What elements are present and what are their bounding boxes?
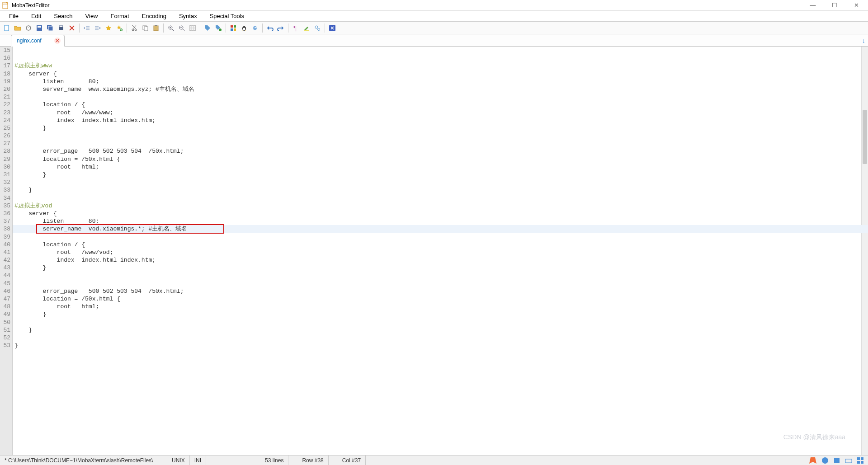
code-line[interactable]: }	[13, 171, 868, 178]
indent-icon[interactable]	[93, 23, 103, 33]
code-line[interactable]: }	[13, 186, 868, 194]
code-line[interactable]: error_page 500 502 503 504 /50x.html;	[13, 147, 868, 155]
separator	[325, 23, 325, 33]
linux-icon[interactable]	[239, 23, 249, 33]
code-line[interactable]	[13, 93, 868, 101]
code-line[interactable]	[13, 334, 868, 342]
code-line[interactable]: root /www/www;	[13, 109, 868, 117]
tabs-dropdown-icon[interactable]: ↓	[862, 37, 865, 46]
mac-icon[interactable]	[250, 23, 260, 33]
code-line[interactable]: root /www/vod;	[13, 249, 868, 256]
code-line[interactable]: }	[13, 310, 868, 318]
bookmark-add-icon[interactable]	[114, 23, 124, 33]
outdent-icon[interactable]	[82, 23, 92, 33]
line-number: 38	[0, 225, 10, 233]
highlight-icon[interactable]	[302, 23, 311, 33]
menu-edit[interactable]: Edit	[25, 11, 47, 21]
save-all-icon[interactable]	[45, 23, 55, 33]
code-line[interactable]: root html;	[13, 163, 868, 171]
zoom-out-icon[interactable]	[177, 23, 187, 33]
window-title: MobaTextEditor	[12, 2, 49, 9]
close-app-icon[interactable]	[327, 23, 337, 33]
tab-close-icon[interactable]: ✕	[54, 38, 61, 44]
code-line[interactable]: server_name vod.xiaomings.*; #主机名、域名	[13, 225, 868, 233]
bookmark-icon[interactable]	[104, 23, 113, 33]
code-line[interactable]: location / {	[13, 101, 868, 108]
code-line[interactable]: listen 80;	[13, 78, 868, 85]
minimize-button[interactable]: —	[808, 2, 817, 9]
code-line[interactable]: }	[13, 124, 868, 132]
line-number: 45	[0, 280, 10, 287]
save-icon[interactable]	[34, 23, 44, 33]
open-folder-icon[interactable]	[13, 23, 23, 33]
copy-icon[interactable]	[140, 23, 150, 33]
svg-text:¶: ¶	[293, 24, 297, 32]
cut-icon[interactable]	[129, 23, 139, 33]
status-tray	[809, 456, 868, 465]
menu-search[interactable]: Search	[47, 11, 79, 21]
pilcrow-icon[interactable]: ¶	[291, 23, 301, 33]
redo-icon[interactable]	[276, 23, 286, 33]
settings-icon[interactable]	[312, 23, 322, 33]
tray-icon-4[interactable]	[844, 456, 853, 465]
code-line[interactable]: location = /50x.html {	[13, 155, 868, 163]
tag-add-icon[interactable]	[213, 23, 223, 33]
menu-file[interactable]: File	[3, 11, 25, 21]
tray-icon-1[interactable]	[809, 456, 817, 465]
tray-icon-5[interactable]	[856, 456, 864, 465]
code-line[interactable]: server {	[13, 70, 868, 78]
code-line[interactable]	[13, 47, 868, 54]
line-gutter: 1516171819202122232425262728293031323334…	[0, 47, 13, 455]
menu-encoding[interactable]: Encoding	[136, 11, 173, 21]
close-doc-icon[interactable]	[67, 23, 77, 33]
tray-icon-3[interactable]	[833, 456, 841, 465]
undo-icon[interactable]	[265, 23, 275, 33]
code-line[interactable]	[13, 319, 868, 326]
code-line[interactable]	[13, 194, 868, 202]
code-line[interactable]	[13, 280, 868, 287]
windows-icon[interactable]	[228, 23, 238, 33]
code-line[interactable]: }	[13, 342, 868, 349]
reload-icon[interactable]	[24, 23, 33, 33]
code-line[interactable]: index index.html index.htm;	[13, 256, 868, 264]
code-line[interactable]: error_page 500 502 503 504 /50x.html;	[13, 287, 868, 295]
zoom-in-icon[interactable]	[166, 23, 176, 33]
code-line[interactable]: #虚拟主机www	[13, 62, 868, 70]
code-line[interactable]: server {	[13, 210, 868, 217]
status-bar: * C:\Users\Think\DOCUME~1\MobaXterm\slas…	[0, 455, 868, 465]
code-line[interactable]: index index.html index.htm;	[13, 117, 868, 124]
code-line[interactable]	[13, 140, 868, 147]
code-line[interactable]	[13, 132, 868, 140]
code-line[interactable]: }	[13, 264, 868, 272]
paste-icon[interactable]	[151, 23, 161, 33]
line-number: 46	[0, 287, 10, 295]
code-line[interactable]: }	[13, 326, 868, 334]
menu-syntax[interactable]: Syntax	[173, 11, 203, 21]
menu-format[interactable]: Format	[104, 11, 136, 21]
maximize-button[interactable]: ☐	[830, 2, 839, 9]
code-line[interactable]	[13, 272, 868, 279]
new-file-icon[interactable]	[2, 23, 12, 33]
code-line[interactable]: root html;	[13, 303, 868, 310]
svg-point-2	[26, 26, 31, 30]
code-editor[interactable]: #虚拟主机www server { listen 80; server_name…	[13, 47, 868, 455]
code-line[interactable]: #虚拟主机vod	[13, 202, 868, 210]
close-button[interactable]: ✕	[852, 2, 861, 9]
code-line[interactable]: location / {	[13, 241, 868, 249]
code-line[interactable]	[13, 54, 868, 62]
code-line[interactable]: location = /50x.html {	[13, 295, 868, 303]
menu-view[interactable]: View	[79, 11, 104, 21]
code-line[interactable]	[13, 178, 868, 186]
code-line[interactable]	[13, 233, 868, 241]
menu-special-tools[interactable]: Special Tools	[203, 11, 250, 21]
code-line[interactable]: listen 80;	[13, 217, 868, 225]
line-number: 51	[0, 326, 10, 334]
tray-icon-2[interactable]	[821, 456, 829, 465]
line-number: 44	[0, 272, 10, 279]
tag-icon[interactable]	[203, 23, 212, 33]
grid-icon[interactable]	[188, 23, 198, 33]
print-icon[interactable]	[56, 23, 66, 33]
tab-nginx-conf[interactable]: nginx.conf ✕	[11, 35, 65, 47]
code-line[interactable]: server_name www.xiaomings.xyz; #主机名、域名	[13, 85, 868, 93]
svg-rect-22	[231, 28, 233, 31]
